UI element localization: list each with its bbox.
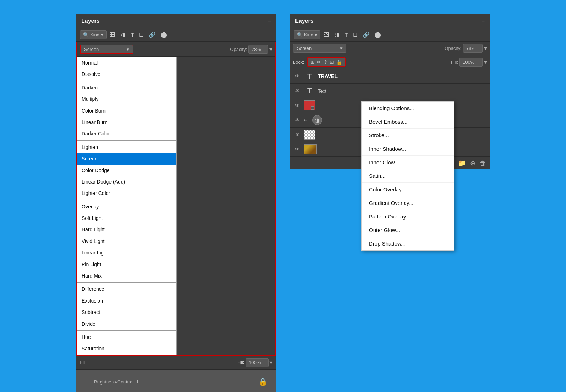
text-icon[interactable]: T [129, 31, 135, 38]
blend-mode-dropdown[interactable]: Screen ▾ [80, 45, 133, 54]
layer-row-travel[interactable]: 👁 T TRAVEL [290, 69, 490, 84]
blend-lighter-color[interactable]: Lighter Color [77, 187, 176, 199]
right-panel-menu-icon[interactable]: ≡ [482, 18, 485, 24]
text-layer-thumb: T [304, 86, 315, 96]
right-fill-label: Fill: [451, 60, 458, 65]
right-blend-chevron-icon: ▾ [340, 46, 343, 51]
brightness-contrast-layer: 🔒 Brightness/Contrast 1 [76, 369, 276, 392]
photo-layer-thumb [304, 144, 317, 154]
blend-divide[interactable]: Divide [77, 318, 176, 330]
blend-hue[interactable]: Hue [77, 331, 176, 343]
right-halfcircle-icon[interactable]: ◑ [333, 31, 341, 39]
image-filter-icon[interactable]: 🖼 [109, 31, 117, 39]
lock-paint-icon[interactable]: ✏ [317, 59, 321, 65]
right-new-layer-icon[interactable]: ⊕ [470, 159, 475, 167]
blend-color-dodge[interactable]: Color Dodge [77, 165, 176, 176]
right-fill-value[interactable]: 100% [459, 58, 483, 67]
shape-icon[interactable]: ⊡ [138, 31, 145, 39]
right-kind-dropdown[interactable]: 🔍 Kind ▾ [294, 30, 320, 39]
right-delete-layer-icon[interactable]: 🗑 [480, 160, 486, 167]
smart-eye-icon[interactable]: 👁 [294, 103, 301, 108]
lock-position-icon[interactable]: ✢ [323, 59, 328, 65]
context-blending-options[interactable]: Blending Options... [362, 102, 454, 115]
blend-multiply[interactable]: Multiply [77, 93, 176, 105]
kind-dropdown[interactable]: 🔍 Kind ▾ [80, 30, 107, 39]
lock-icon: 🔒 [258, 377, 267, 386]
blend-overlay[interactable]: Overlay [77, 201, 176, 212]
context-inner-glow[interactable]: Inner Glow... [362, 156, 454, 169]
context-drop-shadow[interactable]: Drop Shadow... [362, 237, 454, 250]
blend-hard-mix[interactable]: Hard Mix [77, 270, 176, 282]
blend-darken[interactable]: Darken [77, 82, 176, 93]
lock-pixels-icon[interactable]: ⊞ [310, 59, 315, 65]
context-satin[interactable]: Satin... [362, 169, 454, 183]
travel-eye-icon[interactable]: 👁 [294, 73, 301, 79]
search-icon: 🔍 [83, 32, 89, 37]
right-toolbar-row: 🔍 Kind ▾ 🖼 ◑ T ⊡ 🔗 ⬤ [290, 28, 490, 42]
blend-difference[interactable]: Difference [77, 283, 176, 295]
right-folder-icon[interactable]: 📁 [458, 159, 466, 167]
context-pattern-overlay[interactable]: Pattern Overlay... [362, 210, 454, 223]
right-blend-mode-dropdown[interactable]: Screen ▾ [293, 44, 346, 53]
brightness-layer-name: Brightness/Contrast 1 [94, 379, 139, 385]
right-text-icon[interactable]: T [343, 31, 349, 38]
blend-screen[interactable]: Screen [77, 153, 176, 164]
adjustment-arrow-icon: ↵ [304, 117, 308, 123]
context-color-overlay[interactable]: Color Overlay... [362, 183, 454, 196]
blend-soft-light[interactable]: Soft Light [77, 212, 176, 224]
opacity-value[interactable]: 78% [248, 45, 268, 54]
blend-normal[interactable]: Normal [77, 57, 176, 68]
context-bevel-emboss[interactable]: Bevel Emboss... [362, 115, 454, 129]
context-inner-shadow[interactable]: Inner Shadow... [362, 142, 454, 156]
opacity-label: Opacity: [230, 47, 247, 52]
blend-darker-color[interactable]: Darker Color [77, 128, 176, 139]
blend-dissolve[interactable]: Dissolve [77, 68, 176, 80]
fill-label: Fill: [80, 360, 87, 365]
blend-linear-dodge[interactable]: Linear Dodge (Add) [77, 176, 176, 187]
fill-value[interactable]: 100% [246, 358, 269, 367]
right-shape-icon[interactable]: ⊡ [351, 31, 359, 39]
lock-all-icon[interactable]: 🔒 [336, 59, 342, 65]
halfcircle-icon[interactable]: ◑ [119, 31, 127, 39]
context-gradient-overlay[interactable]: Gradient Overlay... [362, 196, 454, 210]
checker-eye-icon[interactable]: 👁 [294, 132, 301, 138]
blend-linear-light[interactable]: Linear Light [77, 247, 176, 258]
blend-vivid-light[interactable]: Vivid Light [77, 236, 176, 247]
blend-hard-light[interactable]: Hard Light [77, 224, 176, 235]
blend-subtract[interactable]: Subtract [77, 306, 176, 318]
blend-mode-value: Screen [84, 47, 99, 52]
context-stroke[interactable]: Stroke... [362, 129, 454, 142]
right-image-filter-icon[interactable]: 🖼 [323, 31, 331, 39]
right-blend-row: Screen ▾ Opacity: 78% ▾ [290, 42, 490, 55]
text-eye-icon[interactable]: 👁 [294, 88, 301, 94]
right-link-icon[interactable]: 🔗 [361, 31, 371, 39]
right-opacity-chevron-icon: ▾ [484, 45, 487, 52]
right-fill-chevron-icon: ▾ [484, 59, 487, 66]
blend-lighten[interactable]: Lighten [77, 141, 176, 153]
photo-eye-icon[interactable]: 👁 [294, 146, 301, 152]
lock-artboard-icon[interactable]: ⊡ [330, 59, 334, 65]
left-panel-menu-icon[interactable]: ≡ [268, 18, 271, 24]
right-layers-panel: Layers ≡ 🔍 Kind ▾ 🖼 ◑ T ⊡ 🔗 ⬤ Screen ▾ O… [290, 14, 490, 169]
adjustment-eye-icon[interactable]: 👁 [294, 117, 301, 123]
left-panel-title: Layers [81, 18, 100, 24]
right-circle-fill-icon[interactable]: ⬤ [373, 31, 382, 39]
blend-saturation[interactable]: Saturation [77, 343, 176, 354]
blend-color-burn[interactable]: Color Burn [77, 105, 176, 117]
left-panel-header: Layers ≡ [76, 14, 276, 28]
blend-chevron-icon: ▾ [127, 47, 129, 52]
blend-mode-dropdown-list: Normal Dissolve Darken Multiply Color Bu… [77, 57, 177, 355]
layer-row-text[interactable]: 👁 T Text [290, 84, 490, 98]
blend-linear-burn[interactable]: Linear Burn [77, 117, 176, 128]
right-opacity-value[interactable]: 78% [463, 44, 483, 53]
circle-fill-icon[interactable]: ⬤ [159, 31, 169, 39]
link-icon[interactable]: 🔗 [147, 31, 157, 39]
blend-exclusion[interactable]: Exclusion [77, 295, 176, 306]
right-search-icon: 🔍 [297, 32, 303, 37]
blend-pin-light[interactable]: Pin Light [77, 259, 176, 270]
checker-layer-thumb [304, 130, 315, 140]
text-layer-name: Text [318, 88, 486, 94]
context-outer-glow[interactable]: Outer Glow... [362, 223, 454, 237]
left-blend-row: Screen ▾ Opacity: 78% ▾ [77, 42, 275, 57]
lock-row-label: Lock: [293, 60, 304, 65]
